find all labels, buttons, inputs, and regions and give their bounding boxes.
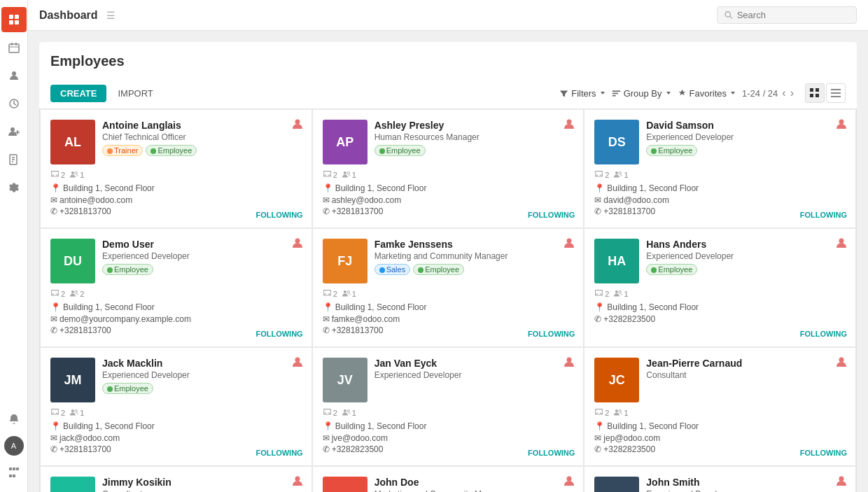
employee-card[interactable]: JV Jan Van Eyck Experienced Developer 2 …	[312, 347, 584, 466]
follow-button[interactable]: FOLLOWING	[800, 330, 847, 338]
message-count: 2	[50, 289, 65, 298]
message-count: 2	[594, 170, 609, 179]
card-info: John Smith Experienced Developer Employe…	[646, 477, 846, 492]
svg-rect-24	[612, 90, 620, 92]
follower-count: 2	[69, 289, 84, 298]
prev-page-button[interactable]: ‹	[782, 87, 785, 99]
sidebar-icon-grid[interactable]	[1, 7, 27, 32]
employee-location: 📍Building 1, Second Floor	[323, 302, 574, 312]
employee-title: Consultant	[102, 489, 302, 492]
sidebar-icon-calendar[interactable]	[1, 35, 27, 60]
svg-rect-33	[831, 96, 841, 97]
employee-person-icon[interactable]	[564, 475, 575, 489]
follow-button[interactable]: FOLLOWING	[255, 449, 302, 457]
follow-button[interactable]: FOLLOWING	[255, 211, 302, 219]
employee-person-icon[interactable]	[836, 475, 847, 489]
employee-person-icon[interactable]	[836, 237, 847, 251]
filters-button[interactable]: Filters	[559, 88, 606, 99]
employee-name: Jan Van Eyck	[374, 358, 574, 369]
employee-person-icon[interactable]	[836, 118, 847, 132]
favorites-button[interactable]: Favorites	[678, 88, 736, 99]
svg-rect-29	[810, 94, 813, 97]
sidebar-icon-person-add[interactable]	[1, 119, 27, 144]
follow-button[interactable]: FOLLOWING	[528, 330, 575, 338]
follow-button[interactable]: FOLLOWING	[800, 211, 847, 219]
follow-button[interactable]: FOLLOWING	[528, 449, 575, 457]
employee-name: Jimmy Kosikin	[102, 477, 302, 488]
employee-card[interactable]: FJ Famke Jenssens Marketing and Communit…	[312, 228, 584, 347]
search-box[interactable]	[717, 6, 857, 24]
card-header: JV Jan Van Eyck Experienced Developer	[323, 358, 574, 402]
follow-button[interactable]: FOLLOWING	[800, 449, 847, 457]
employee-title: Experienced Developer	[374, 370, 574, 380]
content-area: Employees CREATE IMPORT Filters	[28, 31, 868, 492]
follower-count: 1	[342, 170, 356, 179]
svg-point-10	[10, 127, 15, 132]
sidebar-icon-apps[interactable]	[1, 460, 27, 485]
svg-rect-18	[13, 468, 15, 470]
svg-point-38	[347, 171, 349, 174]
employee-card[interactable]: HA Hans Anders Experienced Developer Emp…	[584, 228, 856, 347]
svg-rect-26	[612, 94, 615, 96]
employee-card[interactable]: AL Antoine Langlais Chief Technical Offi…	[40, 109, 312, 228]
list-view-button[interactable]	[826, 83, 846, 103]
svg-point-8	[12, 71, 16, 76]
svg-point-51	[839, 239, 844, 244]
employee-card[interactable]: JD John Doe Marketing and Community Mana…	[312, 466, 584, 492]
svg-rect-27	[810, 88, 813, 92]
import-button[interactable]: IMPORT	[112, 85, 158, 102]
employee-person-icon[interactable]	[836, 356, 847, 370]
group-by-button[interactable]: Group By	[612, 88, 672, 99]
follow-button[interactable]: FOLLOWING	[528, 211, 575, 219]
employee-tags: Employee	[102, 264, 302, 275]
sidebar-icon-clock[interactable]	[1, 91, 27, 116]
employee-person-icon[interactable]	[564, 237, 575, 251]
employee-card[interactable]: JS John Smith Experienced Developer Empl…	[584, 466, 856, 492]
employee-card[interactable]: JM Jack Macklin Experienced Developer Em…	[40, 347, 312, 466]
sidebar-icon-person[interactable]	[1, 63, 27, 88]
sidebar-icon-notification[interactable]	[1, 407, 27, 432]
sidebar-icon-settings[interactable]	[1, 175, 27, 200]
employee-person-icon[interactable]	[564, 118, 575, 132]
employee-email: ✉antoine@odoo.com	[50, 195, 302, 205]
sidebar-icon-document[interactable]	[1, 147, 27, 172]
employee-tags: Employee	[646, 145, 846, 156]
user-avatar[interactable]: A	[4, 436, 24, 456]
employee-card[interactable]: JC Jean-Pierre Carnaud Consultant 2 1 📍B…	[584, 347, 856, 466]
employee-person-icon[interactable]	[292, 118, 303, 132]
employee-person-icon[interactable]	[292, 356, 303, 370]
page-title: Employees	[50, 53, 846, 78]
next-page-button[interactable]: ›	[790, 87, 794, 99]
employee-card[interactable]: JK Jimmy Kosikin Consultant Employee Con…	[40, 466, 312, 492]
svg-rect-32	[831, 92, 841, 94]
svg-point-53	[75, 409, 77, 412]
employee-title: Experienced Developer	[646, 251, 846, 261]
card-header: JM Jack Macklin Experienced Developer Em…	[50, 358, 302, 402]
avatar-initials: A	[11, 442, 16, 450]
card-header: JC Jean-Pierre Carnaud Consultant	[594, 358, 846, 402]
employee-person-icon[interactable]	[564, 356, 575, 370]
employee-title: Marketing and Community Manager	[374, 251, 574, 261]
employee-card[interactable]: DS David Samson Experienced Developer Em…	[584, 109, 856, 228]
employee-card-grid: AL Antoine Langlais Chief Technical Offi…	[39, 109, 857, 492]
employee-email: ✉jve@odoo.com	[323, 433, 574, 443]
grid-view-button[interactable]	[805, 83, 825, 103]
employee-card[interactable]: AP Ashley Presley Human Resources Manage…	[312, 109, 584, 228]
employee-tag: Employee	[646, 264, 697, 275]
employee-person-icon[interactable]	[292, 237, 303, 251]
card-header: JS John Smith Experienced Developer Empl…	[594, 477, 846, 492]
employee-card[interactable]: DU Demo User Experienced Developer Emplo…	[40, 228, 312, 347]
employees-container: Employees CREATE IMPORT Filters	[39, 42, 857, 492]
topbar-config-icon[interactable]: ☰	[106, 10, 115, 21]
card-stats: 2 1	[323, 289, 574, 298]
search-input[interactable]	[737, 10, 849, 20]
employee-person-icon[interactable]	[292, 475, 303, 489]
employee-name: John Doe	[374, 477, 574, 488]
employee-avatar: JK	[50, 477, 95, 492]
message-count: 2	[50, 408, 65, 417]
svg-point-57	[567, 358, 572, 363]
follow-button[interactable]: FOLLOWING	[255, 330, 302, 338]
create-button[interactable]: CREATE	[50, 85, 106, 102]
employee-tag: Employee	[102, 264, 153, 275]
employee-title: Chief Technical Officer	[102, 132, 302, 142]
